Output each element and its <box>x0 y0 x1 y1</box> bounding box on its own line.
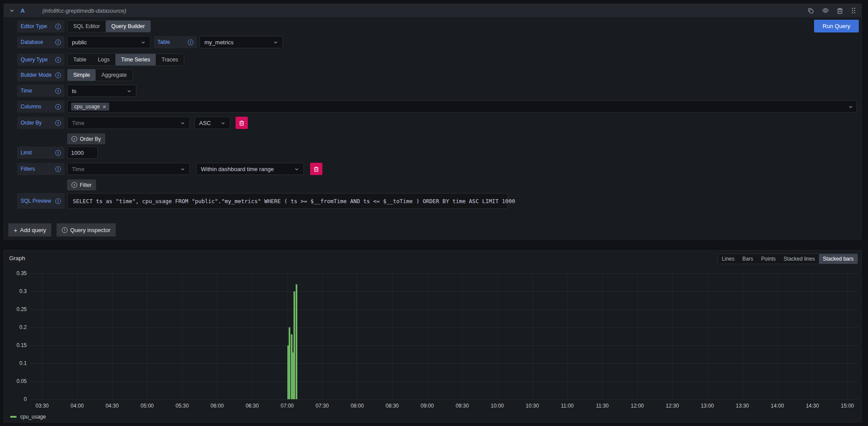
info-icon[interactable]: i <box>55 72 61 78</box>
database-label: Database i <box>17 36 64 48</box>
order-by-add-row: + Order By <box>17 133 857 144</box>
sql-preview-text: SELECT ts as "time", cpu_usage FROM "pub… <box>67 193 508 209</box>
graph-plot-area[interactable]: 00.050.10.150.20.250.30.3503:3004:0004:3… <box>30 273 859 399</box>
segment-option-time-series[interactable]: Time Series <box>115 54 156 65</box>
remove-filter-button[interactable] <box>310 163 322 175</box>
graph-mode-toggle: LinesBarsPointsStacked linesStacked bars <box>718 254 858 264</box>
plus-circle-icon: + <box>71 136 77 142</box>
grid-line-vertical <box>743 273 743 399</box>
grid-line-vertical <box>707 273 708 399</box>
order-by-column-select[interactable]: Time <box>67 117 190 129</box>
x-axis-label: 04:30 <box>99 403 125 409</box>
segment-option-aggregate[interactable]: Aggregate <box>96 69 132 81</box>
segment-option-stacked-bars[interactable]: Stacked bars <box>819 254 857 264</box>
database-select[interactable]: public <box>67 36 150 48</box>
grid-line-vertical <box>812 273 813 399</box>
order-by-label: Order By i <box>17 117 64 129</box>
segment-option-simple[interactable]: Simple <box>68 69 96 81</box>
chevron-down-icon[interactable] <box>848 104 853 109</box>
x-axis-label: 06:30 <box>239 403 265 409</box>
info-icon[interactable]: i <box>55 166 61 172</box>
grid-line-vertical <box>182 273 182 399</box>
table-label: Table i <box>154 36 197 48</box>
delete-query-icon[interactable] <box>837 7 843 14</box>
grid-line-vertical <box>42 273 43 399</box>
grid-line-vertical <box>462 273 463 399</box>
columns-label: Columns i <box>17 100 64 113</box>
x-axis-label: 08:30 <box>379 403 405 409</box>
add-order-by-button[interactable]: + Order By <box>67 133 105 144</box>
info-icon[interactable]: i <box>188 39 193 45</box>
segment-option-query-builder[interactable]: Query Builder <box>106 21 150 32</box>
grid-line-horizontal <box>30 327 859 328</box>
grid-line-vertical <box>497 273 498 399</box>
grid-line-vertical <box>252 273 253 399</box>
remove-column-tag-icon[interactable]: ✕ <box>103 104 106 109</box>
filter-column-select[interactable]: Time <box>67 163 190 175</box>
limit-input[interactable] <box>67 147 98 159</box>
x-axis-label: 11:30 <box>589 403 615 409</box>
query-inspector-button[interactable]: i Query inspector <box>57 223 116 236</box>
drag-handle-icon[interactable] <box>851 7 856 14</box>
info-icon[interactable]: i <box>55 88 61 94</box>
duplicate-query-icon[interactable] <box>807 7 814 14</box>
y-axis-label: 0.05 <box>5 378 27 384</box>
x-axis-label: 12:00 <box>624 403 650 409</box>
toggle-visibility-icon[interactable] <box>822 7 829 14</box>
grid-line-horizontal <box>30 291 859 292</box>
time-column-select[interactable]: ts <box>67 85 136 97</box>
add-query-button[interactable]: + Add query <box>8 223 51 236</box>
segment-option-sql-editor[interactable]: SQL Editor <box>68 21 106 32</box>
grid-line-horizontal <box>30 273 859 274</box>
sql-preview-row: SQL Preview i SELECT ts as "time", cpu_u… <box>17 193 857 209</box>
bar-cpu-usage <box>289 327 290 399</box>
info-icon[interactable]: i <box>55 198 61 204</box>
y-axis-label: 0.3 <box>5 288 27 294</box>
y-axis-label: 0.25 <box>5 306 27 312</box>
add-filter-button[interactable]: + Filter <box>67 179 96 190</box>
grid-line-vertical <box>567 273 568 399</box>
query-header[interactable]: A (info8fcc-greptimedb-datasource) <box>4 4 861 17</box>
x-axis-label: 08:00 <box>344 403 370 409</box>
x-axis-label: 15:00 <box>834 403 861 409</box>
segment-option-lines[interactable]: Lines <box>718 254 739 264</box>
database-row: Database i public Table i my_metrics <box>17 36 857 48</box>
segment-option-traces[interactable]: Traces <box>156 54 184 65</box>
segment-option-points[interactable]: Points <box>757 254 779 264</box>
grid-line-vertical <box>602 273 603 399</box>
builder-mode-row: Builder Mode i SimpleAggregate <box>17 69 857 81</box>
grid-line-vertical <box>112 273 113 399</box>
info-icon[interactable]: i <box>55 104 61 110</box>
table-select[interactable]: my_metrics <box>200 36 283 48</box>
grid-line-vertical <box>427 273 428 399</box>
column-tag-label: cpu_usage <box>74 104 100 110</box>
grid-line-vertical <box>322 273 323 399</box>
graph-legend[interactable]: cpu_usage <box>10 414 46 420</box>
info-icon[interactable]: i <box>55 120 61 126</box>
info-icon[interactable]: i <box>55 150 61 156</box>
x-axis-label: 07:00 <box>274 403 300 409</box>
segment-option-table[interactable]: Table <box>68 54 92 65</box>
bar-cpu-usage <box>293 291 295 399</box>
columns-multiselect[interactable]: cpu_usage✕ <box>67 100 857 113</box>
x-axis-label: 03:30 <box>29 403 55 409</box>
info-icon[interactable]: i <box>55 39 61 45</box>
filters-label: Filters i <box>17 163 64 175</box>
y-axis-label: 0 <box>5 396 27 402</box>
filter-condition-select[interactable]: Within dashboard time range <box>196 163 304 175</box>
segment-option-bars[interactable]: Bars <box>739 254 757 264</box>
order-by-direction-select[interactable]: ASC <box>194 117 230 129</box>
info-icon[interactable]: i <box>55 24 61 29</box>
column-tag[interactable]: cpu_usage✕ <box>71 103 109 111</box>
x-axis-label: 07:30 <box>309 403 336 409</box>
builder-mode-label: Builder Mode i <box>17 69 64 81</box>
collapse-query-icon[interactable] <box>9 8 14 13</box>
editor-type-row: Editor Type i SQL EditorQuery Builder <box>17 20 857 32</box>
filters-row: Filters i Time Within dashboard time ran… <box>17 163 857 175</box>
segment-option-logs[interactable]: Logs <box>92 54 115 65</box>
remove-order-by-button[interactable] <box>236 117 248 129</box>
segment-option-stacked-lines[interactable]: Stacked lines <box>780 254 819 264</box>
info-icon[interactable]: i <box>55 57 61 63</box>
grid-line-vertical <box>777 273 778 399</box>
filter-add-row: + Filter <box>17 179 857 190</box>
